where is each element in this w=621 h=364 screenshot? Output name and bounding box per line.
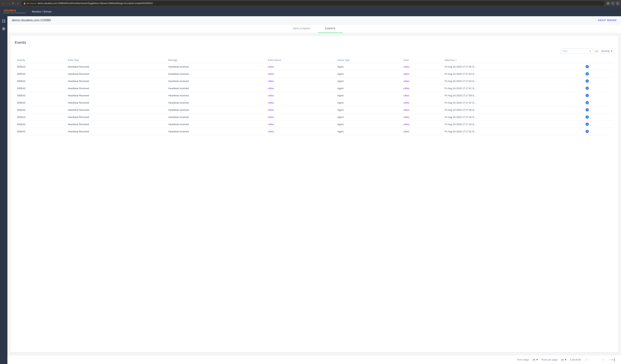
cell-severity-0: DEBUG [15,63,66,70]
tab-events[interactable]: EVENTS [318,25,343,33]
home-button[interactable]: ⌂ [16,1,20,5]
sidebar [0,16,7,364]
severity-dropdown[interactable]: Severity ▼ [600,48,614,54]
cell-event-source-1: cdfws [266,70,335,78]
next-page-button[interactable]: › [602,358,605,362]
cell-source-type-5: Agent [335,99,401,106]
cell-class-3: cdfws [401,85,443,92]
cell-class-1: cdfws [401,70,443,78]
last-page-button[interactable]: ⟶❙ [608,358,617,362]
cell-class-4: cdfws [401,92,443,99]
event-source-link-4[interactable]: cdfws [268,94,274,97]
cell-datetime-9: Fri Aug 16 2019 17:17:31 G... [443,128,583,135]
cell-message-2: Heartbeat received. [166,78,266,85]
time-range-select[interactable]: All ▼ [533,358,538,361]
filter-input-container[interactable]: Filter ▼ [560,48,593,54]
class-link-9[interactable]: cdfws [403,130,409,133]
cell-datetime-2: Fri Aug 16 2019 17:17:42 G... [443,78,583,85]
about-server-button[interactable]: ABOUT SERVER [598,19,617,22]
cell-event-source-2: cdfws [266,78,335,85]
class-link-6[interactable]: cdfws [403,109,409,111]
cell-event-type-4: Heartbeat Received [66,92,166,99]
table-header: Severity Event Type Message Event Source… [15,57,614,63]
cell-event-source-8: cdfws [266,121,335,128]
cell-class-6: cdfws [401,106,443,113]
info-button-7[interactable]: i [586,115,589,119]
event-source-link-0[interactable]: cdfws [268,65,274,68]
pagination-row: Time range: All ▼ Rows per page: 20 ▼ 1-… [7,355,621,364]
table-row: DEBUG Heartbeat Received Heartbeat recei… [15,63,614,70]
cell-class-5: cdfws [401,99,443,106]
class-link-3[interactable]: cdfws [403,87,409,90]
info-button-5[interactable]: i [586,101,589,104]
event-source-link-9[interactable]: cdfws [268,130,274,133]
table-row: DEBUG Heartbeat Received Heartbeat recei… [15,99,614,106]
cell-event-source-0: cdfws [266,63,335,70]
cell-event-type-8: Heartbeat Received [66,121,166,128]
address-bar[interactable]: 🔓 Not Secure demo.cloudera.com:10080/efm… [21,1,605,6]
info-button-1[interactable]: i [586,72,589,76]
cell-message-6: Heartbeat received. [166,106,266,113]
filter-dropdown-icon: ▼ [589,50,591,52]
prev-page-button[interactable]: ‹ [595,358,598,362]
info-button-6[interactable]: i [586,108,589,111]
filter-row: Filter ▼ by: Severity ▼ [15,48,614,54]
first-page-button[interactable]: ❙⟵ [584,358,592,362]
sidebar-icon-grid[interactable] [1,18,7,24]
info-button-2[interactable]: i [586,79,589,83]
not-secure-indicator: 🔓 Not Secure [23,2,36,5]
star-icon[interactable]: ★ [606,1,610,5]
sidebar-icon-monitor[interactable] [1,26,7,32]
logo-area: cloudera Edge Management [4,9,26,14]
info-button-9[interactable]: i [586,130,589,133]
cell-datetime-3: Fri Aug 16 2019 17:17:41 G... [443,85,583,92]
cell-event-source-5: cdfws [266,99,335,106]
cell-message-0: Heartbeat received. [166,63,266,70]
info-button-4[interactable]: i [586,94,589,97]
cell-message-7: Heartbeat received. [166,113,266,121]
cell-class-0: cdfws [401,63,443,70]
class-link-1[interactable]: cdfws [403,73,409,75]
class-link-0[interactable]: cdfws [403,65,409,68]
by-label: by: [595,50,598,52]
event-source-link-5[interactable]: cdfws [268,101,274,104]
cell-datetime-0: Fri Aug 16 2019 17:17:45 G... [443,63,583,70]
info-button-0[interactable]: i [586,65,589,68]
table-body: DEBUG Heartbeat Received Heartbeat recei… [15,63,614,135]
browser-menu-icon[interactable]: ⋮ [611,1,615,5]
event-source-link-3[interactable]: cdfws [268,87,274,90]
info-button-3[interactable]: i [586,87,589,90]
class-link-2[interactable]: cdfws [403,80,409,82]
class-link-7[interactable]: cdfws [403,116,409,119]
class-link-8[interactable]: cdfws [403,123,409,126]
cell-class-2: cdfws [401,78,443,85]
filter-placeholder: Filter [562,50,588,52]
tab-deployment[interactable]: DEPLOYMENT [286,25,318,33]
event-source-link-7[interactable]: cdfws [268,116,274,119]
logo-name: cloudera [4,9,26,12]
cell-info-1: i [583,70,614,78]
col-datetime[interactable]: Date/Time▼ [443,57,583,63]
cell-info-9: i [583,128,614,135]
cell-info-5: i [583,99,614,106]
cell-info-0: i [583,63,614,70]
cell-severity-5: DEBUG [15,99,66,106]
back-button[interactable]: ← [1,1,5,5]
class-link-5[interactable]: cdfws [403,101,409,104]
info-button-8[interactable]: i [586,123,589,126]
svg-rect-2 [2,21,3,23]
profile-icon[interactable]: 👤 [616,1,620,5]
reload-button[interactable]: ↻ [11,1,15,5]
event-source-link-6[interactable]: cdfws [268,109,274,111]
event-source-link-2[interactable]: cdfws [268,80,274,82]
cell-event-type-0: Heartbeat Received [66,63,166,70]
class-link-4[interactable]: cdfws [403,94,409,97]
event-source-link-8[interactable]: cdfws [268,123,274,126]
col-actions [583,57,614,63]
event-source-link-1[interactable]: cdfws [268,73,274,75]
tabs-bar: DEPLOYMENT EVENTS [7,25,621,33]
cell-datetime-8: Fri Aug 16 2019 17:17:33 G... [443,121,583,128]
rows-per-page-select[interactable]: 20 ▼ [561,358,567,361]
forward-button[interactable]: → [6,1,10,5]
cell-severity-3: DEBUG [15,85,66,92]
